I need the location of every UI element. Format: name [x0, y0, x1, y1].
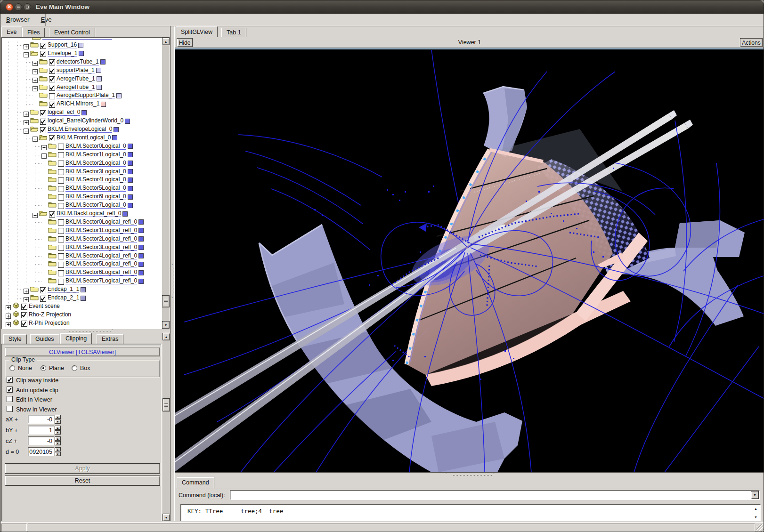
visibility-checkbox[interactable]	[58, 270, 64, 276]
tree-item-label[interactable]: logical_BarrelCylinderWorld_0	[48, 118, 123, 124]
visibility-checkbox[interactable]	[58, 261, 64, 267]
scroll-down-icon[interactable]: ▼	[162, 321, 170, 329]
color-swatch[interactable]	[138, 270, 144, 275]
spinner-input[interactable]: 0920105	[28, 447, 54, 456]
main-splitter[interactable]: › ›	[170, 26, 175, 521]
color-swatch[interactable]	[138, 279, 144, 284]
visibility-checkbox[interactable]	[40, 50, 46, 56]
reset-button[interactable]: Reset	[5, 476, 160, 486]
scroll-up-icon[interactable]: ▲	[162, 38, 170, 45]
tab-style[interactable]: Style	[3, 334, 27, 344]
color-swatch[interactable]	[122, 211, 128, 217]
spin-up-icon[interactable]: ▲	[55, 447, 61, 451]
tree-item[interactable]: BKLM.Sector6Logical_0	[41, 193, 133, 201]
visibility-checkbox[interactable]	[58, 160, 64, 166]
radio-plane[interactable]: Plane	[41, 365, 64, 371]
tree-item[interactable]: AerogelTube_1	[33, 83, 102, 92]
spin-down-icon[interactable]: ▼	[55, 419, 61, 424]
color-swatch[interactable]	[81, 287, 86, 292]
tree-item-label[interactable]: AerogelTube_1	[57, 76, 95, 82]
visibility-checkbox[interactable]	[40, 287, 46, 293]
spin-down-icon[interactable]: ▼	[55, 430, 61, 435]
output-scroll-down-icon[interactable]: ▼	[754, 516, 757, 519]
expand-icon[interactable]	[24, 43, 29, 48]
tree-item[interactable]: Event scene	[6, 302, 60, 311]
expand-icon[interactable]	[6, 321, 11, 326]
tree-item[interactable]: BKLM.Sector1Logical_refl_0	[41, 226, 144, 235]
tree-item-label[interactable]: BKLM.Sector6Logical_0	[65, 193, 126, 200]
tree-item-label[interactable]: R-Phi Projection	[29, 320, 70, 326]
clipping-scrollbar[interactable]: ▲ ▼	[163, 333, 170, 521]
tree-scrollbar[interactable]: ▲ ▼	[162, 38, 170, 329]
expand-icon[interactable]	[41, 144, 47, 149]
radio-none[interactable]: None	[9, 365, 32, 371]
tree-item-label[interactable]: detectorsTube_1	[57, 59, 99, 65]
color-swatch[interactable]	[128, 144, 133, 149]
tree-item[interactable]: supportPlate_1	[33, 66, 101, 75]
tree-item[interactable]: BKLM.Sector6Logical_refl_0	[41, 268, 144, 277]
tree-item-label[interactable]: BKLM.BackLogical_refl_0	[57, 210, 121, 217]
visibility-checkbox[interactable]	[58, 177, 64, 183]
tree-item[interactable]: logical_BarrelCylinderWorld_0	[24, 117, 130, 125]
tree-item[interactable]: BKLM.EnvelopeLogical_0	[24, 125, 119, 134]
tree-item-label[interactable]: AerogelTube_1	[57, 84, 95, 91]
expand-icon[interactable]	[41, 152, 47, 157]
visibility-checkbox[interactable]	[49, 101, 55, 107]
expand-icon[interactable]	[24, 119, 29, 124]
tree-item-label[interactable]: Rho-Z Projection	[29, 312, 71, 318]
tree-item[interactable]: BKLM.Sector1Logical_0	[41, 151, 133, 159]
spin-up-icon[interactable]: ▲	[55, 415, 61, 419]
color-swatch[interactable]	[128, 203, 133, 208]
visibility-checkbox[interactable]	[40, 110, 46, 116]
menu-item-eve[interactable]: Eve	[35, 14, 57, 23]
visibility-checkbox[interactable]	[58, 169, 64, 175]
tree-item-label[interactable]: BKLM.Sector4Logical_refl_0	[65, 253, 137, 259]
tree-item-label[interactable]: logical_ecl_0	[48, 109, 80, 116]
spinner-input[interactable]: 1	[28, 426, 54, 435]
visibility-checkbox[interactable]	[49, 211, 55, 217]
tree-item[interactable]: BKLM.Sector5Logical_0	[41, 184, 133, 193]
tab-event-control[interactable]: Event Control	[49, 28, 95, 37]
tree-item[interactable]: BKLM.Sector4Logical_0	[41, 176, 133, 184]
color-swatch[interactable]	[125, 119, 130, 124]
tree-item-label[interactable]: Support_16	[48, 42, 77, 48]
tree-item-label[interactable]: BKLM.Sector7Logical_0	[65, 202, 126, 209]
tree-item[interactable]: Envelope_1	[24, 49, 84, 58]
titlebar[interactable]: ✕ Eve Main Window	[0, 0, 764, 14]
visibility-checkbox[interactable]	[40, 42, 46, 48]
tree-item[interactable]: BKLM.Sector3Logical_0	[41, 168, 133, 176]
tree-item[interactable]: logical_ecl_0	[24, 108, 87, 117]
tree-item-label[interactable]: BKLM.EnvelopeLogical_0	[48, 126, 112, 133]
close-icon[interactable]: ✕	[6, 3, 13, 11]
expand-icon[interactable]	[6, 304, 11, 309]
visibility-checkbox[interactable]	[49, 59, 55, 65]
color-swatch[interactable]	[100, 59, 106, 64]
color-swatch[interactable]	[138, 236, 144, 242]
checkbox-show-in-viewer[interactable]: Show In Viewer	[7, 406, 57, 413]
tab-eve[interactable]: Eve	[1, 26, 22, 37]
tree-item-label[interactable]: supportPlate_1	[57, 67, 95, 74]
tab-splitglview[interactable]: SplitGLView	[176, 26, 218, 37]
geometry-tree[interactable]: Support_16Envelope_1detectorsTube_1suppo…	[1, 37, 170, 329]
expand-icon[interactable]	[24, 287, 29, 292]
tree-item[interactable]: BKLM.Sector0Logical_0	[41, 142, 133, 151]
color-swatch[interactable]	[101, 102, 106, 107]
visibility-checkbox[interactable]	[58, 244, 64, 250]
tree-item-label[interactable]: BKLM.Sector3Logical_0	[65, 169, 126, 175]
scroll-up-icon[interactable]: ▲	[163, 333, 170, 340]
color-swatch[interactable]	[128, 186, 133, 191]
tree-item-label[interactable]: BKLM.Sector6Logical_refl_0	[65, 269, 137, 276]
spin-up-icon[interactable]: ▲	[55, 426, 61, 430]
visibility-checkbox[interactable]	[58, 236, 64, 242]
spin-down-icon[interactable]: ▼	[55, 452, 61, 456]
color-swatch[interactable]	[78, 43, 83, 48]
spinner-input[interactable]: -0	[28, 415, 54, 424]
tree-item-label[interactable]: BKLM.Sector1Logical_refl_0	[65, 227, 137, 234]
apply-button[interactable]: Apply	[5, 463, 160, 474]
resize-grip[interactable]	[756, 524, 764, 532]
spinner-input[interactable]: -0	[28, 436, 54, 445]
gl-viewport[interactable]	[175, 50, 764, 472]
tree-item-label[interactable]: AerogelSupportPlate_1	[57, 92, 115, 99]
tree-item[interactable]: BKLM.FrontLogical_0	[33, 134, 117, 142]
visibility-checkbox[interactable]	[58, 202, 64, 209]
